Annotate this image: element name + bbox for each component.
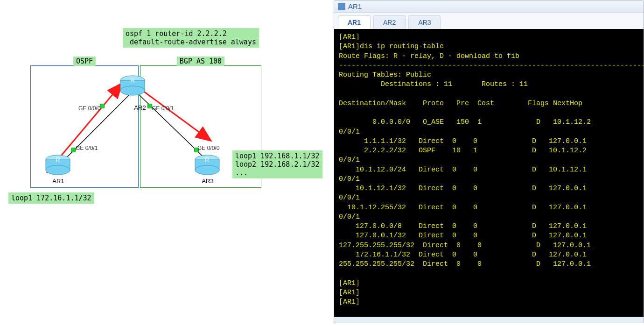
terminal-title-text: AR1 [348,2,362,10]
svg-point-6 [120,86,145,95]
router-ar3-label: AR3 [194,178,222,185]
router-ar1-icon[interactable]: R [44,154,71,177]
terminal-console[interactable]: [AR1] [AR1]dis ip routing-table Route Fl… [334,29,644,317]
if-ar2-ge001: GE 0/0/1 [152,105,174,112]
terminal-app-icon [338,3,345,10]
tab-ar1[interactable]: AR1 [338,15,371,29]
ospf-area-label: OSPF [73,57,96,66]
bgp-area-label: BGP AS 100 [177,57,224,66]
link-dot [71,148,76,152]
config-note: ospf 1 router-id 2.2.2.2 default-route-a… [123,28,259,48]
link-dot [100,104,105,108]
router-ar1-label: AR1 [44,178,72,185]
if-ar2-ge000: GE 0/0/0 [78,105,100,112]
svg-point-14 [195,165,219,175]
if-ar3-ge000: GE 0/0/0 [197,145,219,151]
svg-text:R: R [56,156,60,164]
router-ar2-icon[interactable]: R [119,75,146,97]
if-ar1-ge001: GE 0/0/1 [76,145,98,151]
terminal-tabs: AR1 AR2 AR3 [334,13,644,29]
router-ar3-icon[interactable]: R [194,154,221,177]
ar3-loopback-note: loop1 192.168.1.1/32 loop2 192.168.2.1/3… [232,150,322,178]
svg-text:R: R [130,77,135,84]
tab-ar2[interactable]: AR2 [373,15,406,29]
svg-text:R: R [205,156,210,164]
terminal-titlebar[interactable]: AR1 [334,0,644,13]
topology-diagram: ospf 1 router-id 2.2.2.2 default-route-a… [0,0,331,327]
tab-ar3[interactable]: AR3 [408,15,441,29]
terminal-window: AR1 AR1 AR2 AR3 [AR1] [AR1]dis ip routin… [334,0,644,323]
ar1-loopback-note: loop1 172.16.1.1/32 [8,192,94,204]
svg-point-10 [46,165,70,175]
